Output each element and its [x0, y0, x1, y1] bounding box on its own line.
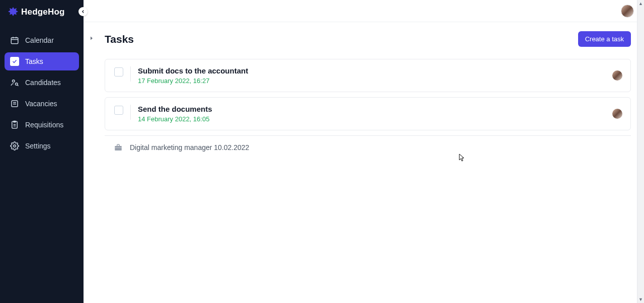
sidebar-nav: Calendar Tasks Candidates [0, 31, 84, 155]
task-date: 17 February 2022, 16:27 [138, 77, 621, 85]
sidebar-item-label: Requisitions [25, 121, 63, 129]
sidebar-item-label: Vacancies [25, 100, 57, 108]
task-title: Send the documents [138, 105, 621, 113]
svg-point-4 [13, 80, 15, 83]
sidebar-item-calendar[interactable]: Calendar [5, 31, 79, 49]
svg-marker-15 [91, 37, 93, 40]
task-list: Submit docs to the accountant 17 Februar… [89, 59, 631, 130]
expand-panel-icon[interactable] [89, 34, 95, 40]
vacancies-icon [10, 99, 19, 108]
sidebar-item-requisitions[interactable]: Requisitions [5, 116, 79, 134]
tasks-icon [10, 57, 19, 66]
divider [130, 66, 131, 82]
svg-rect-0 [11, 38, 18, 44]
main-area: Tasks Create a task Submit docs to the a… [84, 0, 644, 303]
scroll-down-icon: ▼ [638, 297, 643, 302]
requisitions-icon [10, 120, 19, 129]
task-date: 14 February 2022, 16:05 [138, 115, 621, 123]
task-info: Send the documents 14 February 2022, 16:… [138, 105, 621, 123]
svg-rect-17 [115, 147, 122, 148]
scroll-up-icon: ▲ [638, 1, 643, 6]
sidebar-item-settings[interactable]: Settings [5, 137, 79, 155]
sidebar-item-tasks[interactable]: Tasks [5, 52, 79, 70]
sidebar-item-label: Settings [25, 142, 51, 150]
svg-line-6 [17, 85, 18, 86]
sidebar-item-candidates[interactable]: Candidates [5, 73, 79, 92]
briefcase-icon [114, 143, 123, 152]
content: Tasks Create a task Submit docs to the a… [84, 22, 644, 303]
hedgehog-icon [7, 6, 19, 18]
divider [130, 105, 131, 120]
task-row[interactable]: Send the documents 14 February 2022, 16:… [105, 97, 631, 130]
brand-logo[interactable]: HedgeHog [0, 6, 84, 31]
page-title: Tasks [105, 33, 134, 45]
sidebar: HedgeHog Calendar Tasks [0, 0, 84, 303]
task-row[interactable]: Submit docs to the accountant 17 Februar… [105, 59, 631, 92]
candidates-icon [10, 78, 19, 87]
task-title: Submit docs to the accountant [138, 66, 621, 75]
calendar-icon [10, 36, 19, 45]
topbar [84, 0, 644, 22]
assignee-avatar[interactable] [612, 109, 622, 119]
linked-vacancy-row[interactable]: Digital marketing manager 10.02.2022 [105, 135, 631, 159]
brand-name: HedgeHog [21, 7, 65, 17]
task-info: Submit docs to the accountant 17 Februar… [138, 66, 621, 85]
sidebar-item-label: Tasks [25, 57, 43, 65]
task-checkbox[interactable] [114, 67, 123, 77]
svg-point-14 [14, 145, 16, 147]
window-scrollbar[interactable]: ▲ ▼ [637, 0, 644, 303]
sidebar-item-label: Candidates [25, 79, 61, 87]
linked-vacancy-label: Digital marketing manager 10.02.2022 [130, 143, 249, 152]
sidebar-item-label: Calendar [25, 36, 54, 44]
page-header: Tasks Create a task [89, 31, 631, 47]
create-task-button[interactable]: Create a task [578, 31, 631, 47]
user-avatar[interactable] [621, 5, 634, 18]
sidebar-item-vacancies[interactable]: Vacancies [5, 95, 79, 113]
collapse-sidebar-button[interactable] [78, 7, 88, 16]
svg-rect-16 [115, 146, 122, 150]
assignee-avatar[interactable] [612, 70, 622, 81]
task-checkbox[interactable] [114, 106, 123, 115]
settings-icon [10, 141, 19, 150]
